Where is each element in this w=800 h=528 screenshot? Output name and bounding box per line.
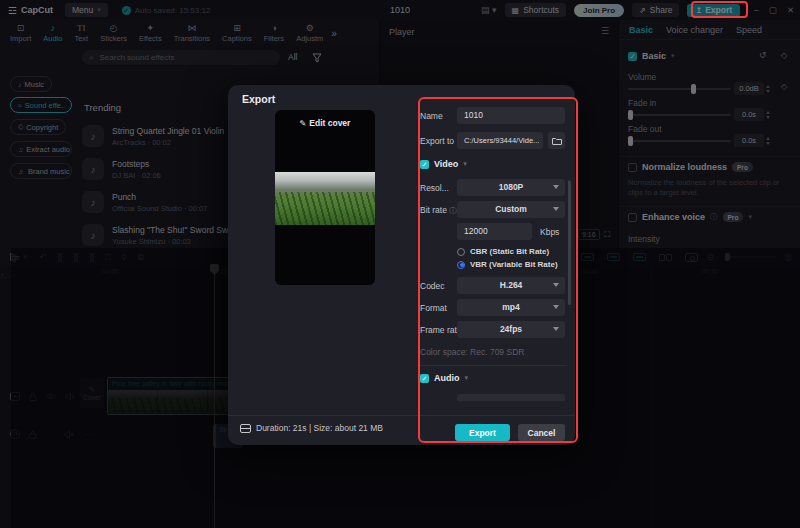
film-icon [240,424,251,433]
pencil-icon: ✎ [300,119,307,128]
cover-preview: ✎ Edit cover [275,110,375,285]
dialog-title: Export [242,93,275,105]
edit-cover-button[interactable]: ✎ Edit cover [275,118,375,128]
annotation-box-export-button [691,1,748,18]
export-summary: Duration: 21s | Size: about 21 MB [240,423,383,433]
capcut-window: ☲ CapCut Menu ▾ ✓ Auto saved: 15:53:12 1… [0,0,800,528]
cover-thumbnail-image [275,172,375,225]
annotation-box-export-settings [418,97,578,443]
